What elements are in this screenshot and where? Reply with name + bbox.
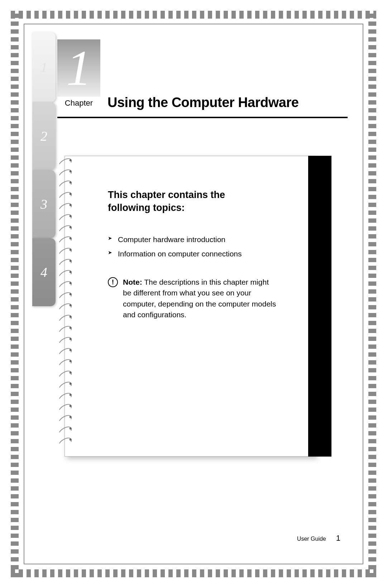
page-footer: User Guide 1 xyxy=(297,534,340,543)
tabs-rail xyxy=(308,156,331,457)
chapter-number: 1 xyxy=(66,43,91,93)
topics-heading: This chapter contains the following topi… xyxy=(108,188,266,215)
tab-number: 3 xyxy=(40,196,47,212)
tab-number: 2 xyxy=(40,128,47,144)
alert-icon: ! xyxy=(108,277,118,287)
tab-2: 2 xyxy=(32,102,56,170)
note-block: ! Note: The descriptions in this chapter… xyxy=(108,277,276,320)
topics-notepad: This chapter contains the following topi… xyxy=(64,156,315,457)
chapter-number-badge: 1 xyxy=(57,39,100,97)
tab-4: 4 xyxy=(32,238,56,306)
footer-page-number: 1 xyxy=(336,534,340,543)
spiral-binding-icon xyxy=(58,159,75,453)
chapter-header: 1 Chapter Using the Computer Hardware xyxy=(32,32,355,118)
note-text: Note: The descriptions in this chapter m… xyxy=(123,277,276,320)
list-item: Computer hardware introduction xyxy=(108,232,301,247)
tab-1: 1 xyxy=(32,32,56,102)
topics-list: Computer hardware introduction Informati… xyxy=(108,232,301,261)
note-body: The descriptions in this chapter might b… xyxy=(123,278,276,319)
tab-3: 3 xyxy=(32,170,56,238)
list-item: Information on computer connections xyxy=(108,247,301,261)
note-label: Note: xyxy=(123,278,142,286)
tab-number: 1 xyxy=(40,59,47,75)
notepad-body: This chapter contains the following topi… xyxy=(65,156,315,334)
footer-guide-label: User Guide xyxy=(297,536,326,542)
chapter-label: Chapter xyxy=(57,98,100,108)
tab-number: 4 xyxy=(40,264,47,280)
divider-icon xyxy=(57,117,348,118)
page-content: 1 Chapter Using the Computer Hardware Th… xyxy=(32,32,355,556)
chapter-title: Using the Computer Hardware xyxy=(108,95,298,110)
